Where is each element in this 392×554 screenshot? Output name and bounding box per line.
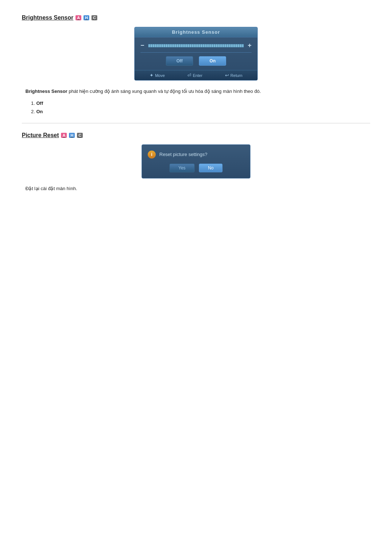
- brightness-sensor-title: Brightness Sensor A H C: [22, 15, 370, 21]
- badge-h: H: [83, 15, 89, 20]
- option-off: Off: [36, 100, 43, 106]
- osd-slider-row: − +: [135, 37, 257, 52]
- picture-reset-badge-a: A: [61, 133, 67, 138]
- picture-reset-section: Picture Reset A H C i Reset picture sett…: [22, 132, 370, 191]
- plus-button[interactable]: +: [248, 42, 252, 49]
- nav-move: ✦ Move: [150, 73, 165, 78]
- nav-move-label: Move: [155, 73, 165, 78]
- nav-enter: ⏎ Enter: [187, 73, 202, 78]
- picture-reset-title: Picture Reset A H C: [22, 132, 370, 139]
- picture-reset-osd: i Reset picture settings? Yes No: [142, 144, 250, 178]
- yes-button[interactable]: Yes: [170, 164, 195, 172]
- brightness-sensor-description: Brightness Sensor phát hiện cường độ ánh…: [25, 88, 370, 95]
- description-bold: Brightness Sensor: [25, 89, 68, 94]
- options-list: Off On: [36, 100, 370, 114]
- nav-return-label: Return: [230, 73, 242, 78]
- info-icon: i: [148, 151, 156, 159]
- picture-reset-footer: Đặt lại cài đặt màn hình.: [25, 186, 370, 191]
- nav-enter-label: Enter: [193, 73, 202, 78]
- list-item: On: [36, 109, 370, 114]
- enter-icon: ⏎: [187, 73, 191, 78]
- reset-question-row: i Reset picture settings?: [148, 151, 244, 159]
- nav-return: ↩ Return: [225, 73, 242, 78]
- description-rest: phát hiện cường độ ánh sáng xung quanh v…: [69, 89, 261, 94]
- badge-c: C: [91, 15, 97, 20]
- picture-reset-badge-h: H: [69, 133, 75, 138]
- osd-title-bar: Brightness Sensor: [135, 27, 257, 37]
- osd-option-buttons: Off On: [135, 56, 257, 70]
- off-button[interactable]: Off: [166, 56, 193, 66]
- picture-reset-label: Picture Reset: [22, 132, 59, 139]
- brightness-sensor-osd: Brightness Sensor − + Off On ✦ Move ⏎ En…: [134, 27, 258, 81]
- picture-reset-badge-c: C: [77, 133, 83, 138]
- list-item: Off: [36, 100, 370, 106]
- reset-question-text: Reset picture settings?: [159, 152, 207, 157]
- option-on: On: [36, 109, 43, 114]
- osd-nav-bar: ✦ Move ⏎ Enter ↩ Return: [135, 70, 257, 80]
- move-icon: ✦: [150, 73, 154, 78]
- return-icon: ↩: [225, 73, 229, 78]
- no-button[interactable]: No: [199, 164, 222, 172]
- slider-track[interactable]: [148, 44, 244, 48]
- osd-title-text: Brightness Sensor: [172, 29, 220, 35]
- osd-divider: [140, 52, 252, 53]
- on-button[interactable]: On: [199, 56, 226, 66]
- reset-buttons: Yes No: [148, 164, 244, 172]
- brightness-sensor-label: Brightness Sensor: [22, 15, 73, 21]
- brightness-sensor-section: Brightness Sensor A H C Brightness Senso…: [22, 15, 370, 114]
- section-divider: [22, 123, 370, 123]
- badge-a: A: [75, 15, 81, 20]
- minus-button[interactable]: −: [140, 42, 144, 49]
